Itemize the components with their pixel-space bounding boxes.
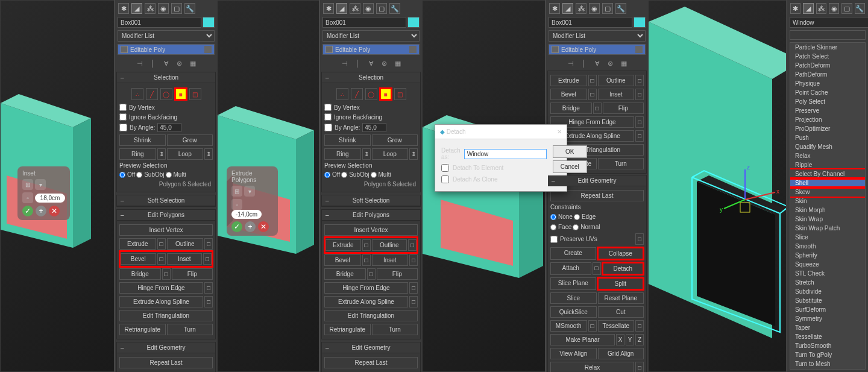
object-name[interactable] <box>118 17 201 28</box>
modifier-item[interactable]: Point Cache <box>790 88 865 97</box>
modifier-item[interactable]: Poly Select <box>790 97 865 106</box>
lock-icon[interactable]: │ <box>148 58 158 68</box>
modifier-item[interactable]: PathDeform <box>790 70 865 79</box>
modifier-item[interactable]: Quadify Mesh <box>790 142 865 151</box>
extrude-button[interactable]: Extrude <box>119 238 156 250</box>
edit-geometry-header[interactable]: Edit Geometry <box>117 342 215 353</box>
display-tab-icon[interactable]: ▢ <box>171 3 182 14</box>
callout-dropdown-icon[interactable]: ▾ <box>35 179 46 190</box>
callout-value[interactable] <box>35 194 65 203</box>
callout-value[interactable] <box>231 210 262 219</box>
hierarchy-tab-icon[interactable]: ⁂ <box>350 3 360 14</box>
ring-button[interactable]: Ring <box>119 148 156 160</box>
create-tab-icon[interactable]: ✱ <box>118 3 129 14</box>
ok-button[interactable]: OK <box>553 145 587 158</box>
modifier-list[interactable]: Modifier List <box>118 30 215 42</box>
outline-button[interactable]: Outline <box>167 238 204 250</box>
modifier-item[interactable]: Shell <box>790 178 865 188</box>
modifier-item[interactable]: Stretch <box>790 278 865 287</box>
modifier-stack[interactable]: Editable Poly <box>118 44 215 55</box>
modifier-item[interactable]: Ripple <box>790 160 865 169</box>
modifier-item[interactable]: Symmetry <box>790 314 865 323</box>
eye-icon[interactable] <box>121 46 128 53</box>
edit-polygons-header[interactable]: Edit Polygons <box>117 210 215 221</box>
vertex-icon[interactable]: ∴ <box>131 88 143 100</box>
modifier-item[interactable]: PatchDeform <box>790 61 865 70</box>
object-color[interactable] <box>407 17 420 28</box>
sets-icon[interactable]: ▦ <box>188 58 198 68</box>
bridge-settings[interactable]: □ <box>162 268 171 280</box>
bridge-button[interactable]: Bridge <box>119 268 161 280</box>
extrude-button[interactable]: Extrude <box>326 239 361 251</box>
polygon-icon[interactable]: ■ <box>175 88 187 100</box>
detach-as-clone-check[interactable] <box>441 175 449 183</box>
callout-ok[interactable]: ✓ <box>22 206 33 216</box>
modifier-item[interactable]: Turn to Mesh <box>790 359 865 368</box>
utilities-tab-icon[interactable]: 🔧 <box>184 3 195 14</box>
callout-type-icon[interactable]: ⊞ <box>231 186 242 197</box>
callout-apply[interactable]: + <box>245 221 256 232</box>
modifier-dropdown-list[interactable]: Particle SkinnerPatch SelectPatchDeformP… <box>790 42 866 370</box>
element-icon[interactable]: ◫ <box>189 88 201 100</box>
modifier-item[interactable]: Substitute <box>790 296 865 305</box>
close-icon[interactable]: ✕ <box>557 128 562 135</box>
modify-tab-icon[interactable]: ◢ <box>131 3 142 14</box>
modifier-item[interactable]: STL Check <box>790 269 865 278</box>
modify-tab-icon[interactable]: ◢ <box>336 3 347 14</box>
modifier-item[interactable]: Subdivide <box>790 287 865 296</box>
modifier-item[interactable]: Turn To gPoly <box>790 350 865 359</box>
modifier-item[interactable]: Skin <box>790 197 865 206</box>
detach-name-field[interactable] <box>464 149 547 159</box>
bevel-button[interactable]: Bevel <box>121 253 156 265</box>
selection-header[interactable]: Selection <box>117 72 215 83</box>
modifier-stack[interactable]: Editable Poly <box>322 44 420 55</box>
viewport-3[interactable]: ◆ Detach✕ Detach as: Detach To Element D… <box>422 0 546 372</box>
modifier-item[interactable]: SurfDeform <box>790 305 865 314</box>
hinge-button[interactable]: Hinge From Edge <box>119 282 203 294</box>
detach-button[interactable]: Detach <box>602 262 644 275</box>
modifier-item[interactable]: Tessellate <box>790 332 865 341</box>
extrude-spline-button[interactable]: Extrude Along Spline <box>119 296 203 307</box>
modifier-item[interactable]: Skew <box>790 188 865 197</box>
object-name[interactable] <box>790 17 868 28</box>
modifier-item[interactable]: Turn to Patch <box>790 368 865 370</box>
preview-off[interactable] <box>119 172 125 178</box>
grow-button[interactable]: Grow <box>167 134 213 146</box>
modifier-item[interactable]: Skin Wrap Patch <box>790 224 865 233</box>
soft-selection-header[interactable]: Soft Selection <box>117 195 215 206</box>
slice-plane-button[interactable]: Slice Plane <box>550 277 596 290</box>
modifier-item[interactable]: Particle Skinner <box>790 43 865 52</box>
modifier-item[interactable]: Squeeze <box>790 260 865 269</box>
preserve-uvs-check[interactable] <box>550 236 558 243</box>
modifier-item[interactable]: Relax <box>790 151 865 160</box>
modifier-item[interactable]: TurboSmooth <box>790 341 865 350</box>
modifier-item[interactable]: ProOptimizer <box>790 124 865 133</box>
callout-ok[interactable]: ✓ <box>231 221 242 232</box>
bevel-settings[interactable]: □ <box>157 253 166 265</box>
callout-dropdown-icon[interactable]: ▾ <box>244 186 255 197</box>
preview-subobj[interactable] <box>136 172 142 178</box>
ignore-backfacing-check[interactable] <box>119 113 127 121</box>
turn-button[interactable]: Turn <box>167 324 213 335</box>
viewport-1[interactable]: Inset ⊞▾ ▫ ✓+✕ <box>0 0 115 372</box>
callout-cancel[interactable]: ✕ <box>49 206 60 216</box>
modifier-item[interactable]: Preserve <box>790 106 865 115</box>
config-icon[interactable]: ∀ <box>162 58 171 68</box>
retriangulate-button[interactable]: Retriangulate <box>119 324 166 335</box>
modifier-list-open[interactable] <box>790 30 866 40</box>
pin-icon[interactable]: ⊣ <box>135 58 145 68</box>
attach-button[interactable]: Attach <box>550 262 591 275</box>
viewport-4[interactable]: z x y <box>648 0 787 372</box>
inset-button[interactable]: Inset <box>167 253 203 265</box>
polygon-icon[interactable]: ■ <box>380 88 392 100</box>
object-color[interactable] <box>203 17 215 28</box>
by-angle-check[interactable] <box>119 124 127 131</box>
angle-value[interactable] <box>157 123 181 132</box>
border-icon[interactable]: ◯ <box>365 88 377 100</box>
callout-apply[interactable]: + <box>36 206 46 216</box>
shrink-button[interactable]: Shrink <box>119 134 166 146</box>
edit-tri-button[interactable]: Edit Triangulation <box>119 310 213 321</box>
border-icon[interactable]: ◯ <box>160 88 172 100</box>
modifier-item[interactable]: Smooth <box>790 242 865 251</box>
modifier-item[interactable]: Select By Channel <box>790 169 865 178</box>
